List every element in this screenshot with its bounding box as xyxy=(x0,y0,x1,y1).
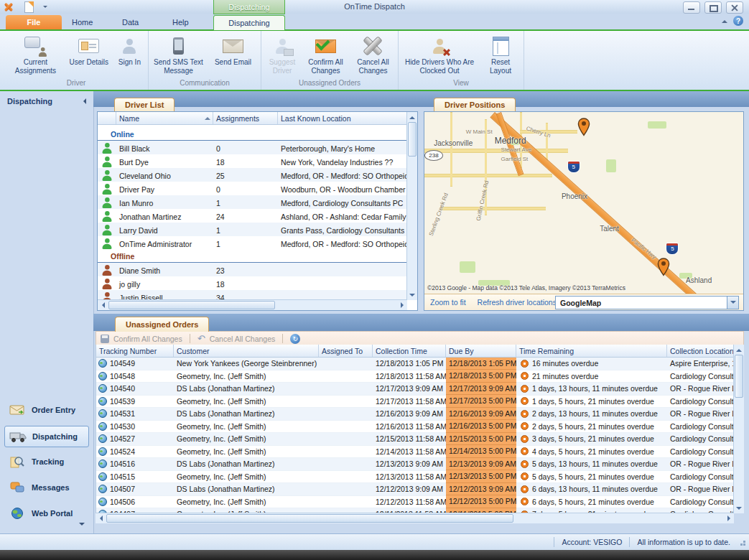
collection-location-column-header[interactable]: Collection Location xyxy=(667,345,734,357)
driver-row[interactable]: Justin Bissell 34 xyxy=(98,290,407,300)
scroll-right-icon[interactable] xyxy=(397,300,407,310)
help-icon[interactable]: ? xyxy=(733,16,743,26)
dropdown-arrow-icon[interactable] xyxy=(727,297,738,309)
online-group-row[interactable]: Online xyxy=(98,128,407,141)
assigned-to-column-header[interactable]: Assigned To xyxy=(319,345,373,357)
customer-column-header[interactable]: Customer xyxy=(174,345,319,357)
driver-map-marker[interactable] xyxy=(657,258,670,276)
order-collection-location: Cardiology Consult xyxy=(667,498,734,506)
tab-home[interactable]: Home xyxy=(59,15,106,29)
driver-row[interactable]: jo gilly 18 xyxy=(98,276,407,290)
order-row[interactable]: 104515 Geometry, Inc. (Jeff Smith) 12/13… xyxy=(96,471,734,484)
send-email-button[interactable]: Send Email xyxy=(207,32,259,68)
driver-list-vertical-scrollbar[interactable] xyxy=(406,112,417,300)
collection-time-column-header[interactable]: Collection Time xyxy=(373,345,446,357)
collapse-ribbon-icon[interactable] xyxy=(722,17,727,23)
scroll-left-icon[interactable] xyxy=(98,300,108,310)
driver-assignments: 23 xyxy=(213,266,278,275)
scroll-right-icon[interactable] xyxy=(724,513,734,523)
driver-row[interactable]: OnTime Administrator 1 Medford, OR - Med… xyxy=(98,236,407,250)
order-row[interactable]: 104548 Geometry, Inc. (Jeff Smith) 12/18… xyxy=(96,370,734,383)
undo-icon: ↶ xyxy=(197,334,205,343)
sidebar-collapse-icon[interactable] xyxy=(80,98,86,104)
tab-file[interactable]: File xyxy=(6,15,62,29)
order-globe-icon xyxy=(98,447,107,456)
location-column-header[interactable]: Last Known Location xyxy=(278,112,407,124)
minimize-button[interactable] xyxy=(683,1,700,14)
scroll-down-icon[interactable] xyxy=(734,503,744,513)
driver-row[interactable]: Cleveland Ohio 25 Medford, OR - Medford:… xyxy=(98,168,407,182)
sign-in-button[interactable]: Sign In xyxy=(113,32,146,68)
orders-vertical-scrollbar[interactable] xyxy=(733,345,744,513)
sidebar-item-dispatching[interactable]: Dispatching xyxy=(4,426,89,447)
scroll-up-icon[interactable] xyxy=(407,112,417,122)
user-details-button[interactable]: User Details xyxy=(65,32,113,68)
due-by-column-header[interactable]: Due By xyxy=(446,345,516,357)
scroll-left-icon[interactable] xyxy=(96,513,106,523)
tracking-number: 104548 xyxy=(110,372,135,381)
driver-row[interactable]: Jonathan Martinez 24 Ashland, OR - Ashla… xyxy=(98,209,407,223)
hide-drivers-button[interactable]: Hide Drivers Who Are Clocked Out xyxy=(400,32,479,76)
scrollbar-thumb[interactable] xyxy=(108,301,275,309)
orders-horizontal-scrollbar[interactable] xyxy=(96,513,734,523)
scrollbar-thumb[interactable] xyxy=(106,514,513,523)
scrollbar-thumb[interactable] xyxy=(408,122,417,157)
driver-row[interactable]: Driver Pay 0 Woodburn, OR - Woodburn Cha… xyxy=(98,182,407,195)
assignments-column-header[interactable]: Assignments xyxy=(213,112,278,124)
sidebar-more-icon[interactable] xyxy=(79,523,85,528)
orders-table-header: Tracking Number Customer Assigned To Col… xyxy=(96,345,734,358)
order-row[interactable]: 104527 Geometry, Inc. (Jeff Smith) 12/15… xyxy=(96,433,734,446)
map-provider-select[interactable]: GoogleMap xyxy=(555,296,739,309)
driver-map-marker[interactable] xyxy=(577,118,590,136)
suggest-driver-button[interactable]: Suggest Driver xyxy=(263,32,302,76)
order-row[interactable]: 104539 Geometry, Inc. (Jeff Smith) 12/17… xyxy=(96,396,734,409)
order-row[interactable]: 104507 DS Labs (Jonathan Martinez) 12/12… xyxy=(96,483,734,496)
confirm-all-changes-toolbar-button[interactable]: Confirm All Changes xyxy=(113,335,182,343)
offline-group-row[interactable]: Offline xyxy=(98,250,407,263)
unassigned-orders-tab[interactable]: Unassigned Orders xyxy=(115,317,209,332)
refresh-icon[interactable]: ↻ xyxy=(290,334,300,344)
sidebar-item-tracking[interactable]: Tracking xyxy=(4,452,89,472)
close-button[interactable] xyxy=(726,1,743,14)
order-row[interactable]: 104516 DS Labs (Jonathan Martinez) 12/13… xyxy=(96,458,734,471)
order-row[interactable]: 104524 Geometry, Inc. (Jeff Smith) 12/14… xyxy=(96,446,734,459)
resize-grip[interactable] xyxy=(738,538,746,546)
current-assignments-button[interactable]: Current Assignments xyxy=(6,32,65,76)
maximize-button[interactable] xyxy=(704,1,722,14)
tracking-number-column-header[interactable]: Tracking Number xyxy=(96,345,174,357)
driver-row[interactable]: Diane Smith 23 xyxy=(98,263,407,276)
cancel-all-changes-toolbar-button[interactable]: Cancel All Changes xyxy=(210,335,276,343)
driver-positions-tab[interactable]: Driver Positions xyxy=(434,98,516,111)
driver-row[interactable]: Ian Munro 1 Medford, Cardiology Consulta… xyxy=(98,195,407,209)
order-row[interactable]: 104549 New York Yankees (George Steinbre… xyxy=(96,358,734,370)
time-remaining-column-header[interactable]: Time Remaining xyxy=(516,345,667,357)
order-row[interactable]: 104540 DS Labs (Jonathan Martinez) 12/17… xyxy=(96,383,734,396)
driver-list-tab[interactable]: Driver List xyxy=(114,98,175,111)
sidebar-item-order-entry[interactable]: Order Entry xyxy=(4,400,89,420)
driver-name: jo gilly xyxy=(116,280,213,289)
driver-row[interactable]: Bill Black 0 Peterborough, Mary's Home xyxy=(98,141,407,154)
confirm-all-changes-button[interactable]: Confirm All Changes xyxy=(302,32,350,76)
scroll-up-icon[interactable] xyxy=(734,345,744,355)
driver-status-column-header[interactable] xyxy=(98,112,116,124)
order-row[interactable]: 104506 Geometry, Inc. (Jeff Smith) 12/12… xyxy=(96,496,734,509)
order-row[interactable]: 104531 DS Labs (Jonathan Martinez) 12/16… xyxy=(96,408,734,421)
tab-help[interactable]: Help xyxy=(159,15,202,29)
cancel-all-changes-button[interactable]: Cancel All Changes xyxy=(350,32,396,76)
tab-dispatching[interactable]: Dispatching xyxy=(213,15,285,30)
driver-row[interactable]: Larry David 1 Grants Pass, Cardiology Co… xyxy=(98,223,407,236)
send-sms-button[interactable]: Send SMS Text Message xyxy=(150,32,207,76)
reset-layout-button[interactable]: Reset Layout xyxy=(479,32,522,76)
zoom-to-fit-link[interactable]: Zoom to fit xyxy=(430,298,466,307)
overdue-clock-icon xyxy=(521,498,529,505)
sidebar-item-messages[interactable]: Messages xyxy=(4,477,89,498)
map-canvas[interactable]: Medford Jacksonville Phoenix Talent Ashl… xyxy=(424,112,743,294)
order-row[interactable]: 104530 Geometry, Inc. (Jeff Smith) 12/16… xyxy=(96,421,734,434)
name-column-header[interactable]: Name xyxy=(116,112,213,124)
driver-row[interactable]: Burt Dye 18 New York, Vandelay Industrie… xyxy=(98,154,407,168)
scrollbar-thumb[interactable] xyxy=(735,355,743,398)
tab-data[interactable]: Data xyxy=(109,15,152,29)
scroll-down-icon[interactable] xyxy=(407,290,417,300)
driver-list-horizontal-scrollbar[interactable] xyxy=(98,299,407,310)
sidebar-item-web-portal[interactable]: Web Portal xyxy=(4,503,89,523)
